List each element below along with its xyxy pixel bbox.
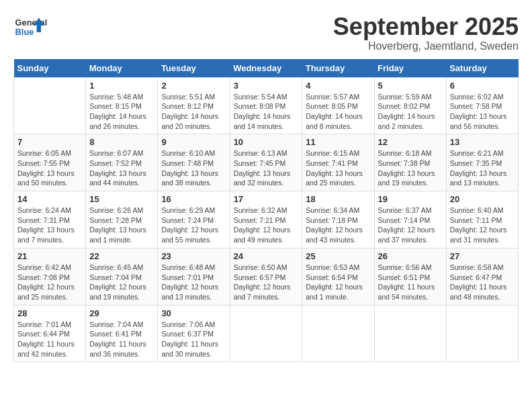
calendar-cell: 8Sunrise: 6:07 AM Sunset: 7:52 PM Daylig… xyxy=(86,134,158,191)
calendar-cell xyxy=(302,305,374,362)
calendar-cell: 15Sunrise: 6:26 AM Sunset: 7:28 PM Dayli… xyxy=(86,191,158,248)
calendar-cell: 4Sunrise: 5:57 AM Sunset: 8:05 PM Daylig… xyxy=(302,77,374,134)
calendar-cell: 30Sunrise: 7:06 AM Sunset: 6:37 PM Dayli… xyxy=(158,305,230,362)
day-number: 18 xyxy=(306,194,370,204)
day-number: 29 xyxy=(89,308,154,318)
day-number: 26 xyxy=(378,251,443,261)
day-detail: Sunrise: 6:02 AM Sunset: 7:58 PM Dayligh… xyxy=(450,92,515,132)
day-number: 14 xyxy=(17,194,82,204)
day-number: 3 xyxy=(234,81,299,91)
day-number: 22 xyxy=(89,251,154,261)
calendar-week-4: 21Sunrise: 6:42 AM Sunset: 7:08 PM Dayli… xyxy=(14,248,519,305)
logo: General Blue xyxy=(13,13,50,40)
day-detail: Sunrise: 6:48 AM Sunset: 7:01 PM Dayligh… xyxy=(161,263,226,302)
calendar-cell: 27Sunrise: 6:58 AM Sunset: 6:47 PM Dayli… xyxy=(446,248,518,305)
svg-text:General: General xyxy=(15,17,47,28)
calendar-cell: 9Sunrise: 6:10 AM Sunset: 7:48 PM Daylig… xyxy=(158,134,230,191)
calendar-cell: 29Sunrise: 7:04 AM Sunset: 6:41 PM Dayli… xyxy=(86,305,158,362)
calendar-cell: 18Sunrise: 6:34 AM Sunset: 7:18 PM Dayli… xyxy=(302,191,374,248)
calendar-cell xyxy=(230,305,302,362)
calendar-cell: 22Sunrise: 6:45 AM Sunset: 7:04 PM Dayli… xyxy=(86,248,158,305)
day-detail: Sunrise: 6:13 AM Sunset: 7:45 PM Dayligh… xyxy=(234,148,299,188)
calendar-cell: 6Sunrise: 6:02 AM Sunset: 7:58 PM Daylig… xyxy=(446,77,518,134)
calendar-week-2: 7Sunrise: 6:05 AM Sunset: 7:55 PM Daylig… xyxy=(14,134,519,191)
calendar-cell: 13Sunrise: 6:21 AM Sunset: 7:35 PM Dayli… xyxy=(446,134,518,191)
day-detail: Sunrise: 7:06 AM Sunset: 6:37 PM Dayligh… xyxy=(161,320,226,359)
day-number: 12 xyxy=(378,137,443,147)
calendar-cell: 19Sunrise: 6:37 AM Sunset: 7:14 PM Dayli… xyxy=(374,191,446,248)
day-number: 11 xyxy=(306,137,370,147)
calendar-header-thursday: Thursday xyxy=(302,59,374,78)
calendar-cell xyxy=(14,77,86,134)
day-detail: Sunrise: 6:26 AM Sunset: 7:28 PM Dayligh… xyxy=(89,205,154,245)
day-detail: Sunrise: 6:42 AM Sunset: 7:08 PM Dayligh… xyxy=(17,263,82,302)
calendar-cell: 16Sunrise: 6:29 AM Sunset: 7:24 PM Dayli… xyxy=(158,191,230,248)
day-detail: Sunrise: 6:15 AM Sunset: 7:41 PM Dayligh… xyxy=(306,148,370,188)
calendar-week-1: 1Sunrise: 5:48 AM Sunset: 8:15 PM Daylig… xyxy=(14,77,519,134)
day-number: 30 xyxy=(161,308,226,318)
calendar-cell xyxy=(374,305,446,362)
calendar-cell: 1Sunrise: 5:48 AM Sunset: 8:15 PM Daylig… xyxy=(86,77,158,134)
day-number: 5 xyxy=(378,81,443,91)
calendar-cell: 14Sunrise: 6:24 AM Sunset: 7:31 PM Dayli… xyxy=(14,191,86,248)
day-detail: Sunrise: 6:50 AM Sunset: 6:57 PM Dayligh… xyxy=(234,263,299,302)
calendar-cell: 24Sunrise: 6:50 AM Sunset: 6:57 PM Dayli… xyxy=(230,248,302,305)
day-number: 23 xyxy=(161,251,226,261)
calendar-cell: 11Sunrise: 6:15 AM Sunset: 7:41 PM Dayli… xyxy=(302,134,374,191)
calendar-cell: 26Sunrise: 6:56 AM Sunset: 6:51 PM Dayli… xyxy=(374,248,446,305)
day-detail: Sunrise: 5:51 AM Sunset: 8:12 PM Dayligh… xyxy=(161,92,226,132)
day-number: 13 xyxy=(450,137,515,147)
day-detail: Sunrise: 6:24 AM Sunset: 7:31 PM Dayligh… xyxy=(17,205,82,245)
day-number: 9 xyxy=(161,137,226,147)
subtitle: Hoverberg, Jaemtland, Sweden xyxy=(333,40,519,52)
calendar-week-3: 14Sunrise: 6:24 AM Sunset: 7:31 PM Dayli… xyxy=(14,191,519,248)
day-detail: Sunrise: 5:59 AM Sunset: 8:02 PM Dayligh… xyxy=(378,92,443,132)
day-number: 8 xyxy=(89,137,154,147)
calendar-header-tuesday: Tuesday xyxy=(158,59,230,78)
day-number: 25 xyxy=(306,251,370,261)
calendar-cell: 2Sunrise: 5:51 AM Sunset: 8:12 PM Daylig… xyxy=(158,77,230,134)
day-number: 2 xyxy=(161,81,226,91)
day-number: 24 xyxy=(234,251,299,261)
day-detail: Sunrise: 6:58 AM Sunset: 6:47 PM Dayligh… xyxy=(450,263,515,302)
day-number: 17 xyxy=(234,194,299,204)
day-detail: Sunrise: 6:34 AM Sunset: 7:18 PM Dayligh… xyxy=(306,205,370,245)
calendar-cell: 3Sunrise: 5:54 AM Sunset: 8:08 PM Daylig… xyxy=(230,77,302,134)
calendar-cell: 20Sunrise: 6:40 AM Sunset: 7:11 PM Dayli… xyxy=(446,191,518,248)
day-detail: Sunrise: 6:40 AM Sunset: 7:11 PM Dayligh… xyxy=(450,205,515,245)
day-detail: Sunrise: 6:32 AM Sunset: 7:21 PM Dayligh… xyxy=(234,205,299,245)
calendar-cell: 10Sunrise: 6:13 AM Sunset: 7:45 PM Dayli… xyxy=(230,134,302,191)
day-detail: Sunrise: 6:21 AM Sunset: 7:35 PM Dayligh… xyxy=(450,148,515,188)
day-detail: Sunrise: 5:54 AM Sunset: 8:08 PM Dayligh… xyxy=(234,92,299,132)
calendar-week-5: 28Sunrise: 7:01 AM Sunset: 6:44 PM Dayli… xyxy=(14,305,519,362)
main-title: September 2025 xyxy=(333,13,519,40)
calendar-cell xyxy=(446,305,518,362)
day-number: 20 xyxy=(450,194,515,204)
day-detail: Sunrise: 7:01 AM Sunset: 6:44 PM Dayligh… xyxy=(17,320,82,359)
day-number: 4 xyxy=(306,81,370,91)
day-detail: Sunrise: 6:53 AM Sunset: 6:54 PM Dayligh… xyxy=(306,263,370,302)
day-number: 19 xyxy=(378,194,443,204)
day-detail: Sunrise: 5:57 AM Sunset: 8:05 PM Dayligh… xyxy=(306,92,370,132)
day-number: 1 xyxy=(89,81,154,91)
calendar-cell: 28Sunrise: 7:01 AM Sunset: 6:44 PM Dayli… xyxy=(14,305,86,362)
title-section: September 2025 Hoverberg, Jaemtland, Swe… xyxy=(333,13,519,52)
calendar-header-saturday: Saturday xyxy=(446,59,518,78)
day-number: 27 xyxy=(450,251,515,261)
header: General Blue September 2025 Hoverberg, J… xyxy=(13,13,519,52)
calendar-header-friday: Friday xyxy=(374,59,446,78)
day-number: 7 xyxy=(17,137,82,147)
day-number: 28 xyxy=(17,308,82,318)
calendar-cell: 23Sunrise: 6:48 AM Sunset: 7:01 PM Dayli… xyxy=(158,248,230,305)
day-detail: Sunrise: 6:10 AM Sunset: 7:48 PM Dayligh… xyxy=(161,148,226,188)
day-detail: Sunrise: 6:45 AM Sunset: 7:04 PM Dayligh… xyxy=(89,263,154,302)
day-detail: Sunrise: 7:04 AM Sunset: 6:41 PM Dayligh… xyxy=(89,320,154,359)
day-number: 6 xyxy=(450,81,515,91)
calendar-header-row: SundayMondayTuesdayWednesdayThursdayFrid… xyxy=(14,59,519,78)
day-detail: Sunrise: 6:05 AM Sunset: 7:55 PM Dayligh… xyxy=(17,148,82,188)
calendar-cell: 7Sunrise: 6:05 AM Sunset: 7:55 PM Daylig… xyxy=(14,134,86,191)
logo-icon: General Blue xyxy=(13,13,47,40)
day-detail: Sunrise: 5:48 AM Sunset: 8:15 PM Dayligh… xyxy=(89,92,154,132)
day-number: 21 xyxy=(17,251,82,261)
day-detail: Sunrise: 6:18 AM Sunset: 7:38 PM Dayligh… xyxy=(378,148,443,188)
